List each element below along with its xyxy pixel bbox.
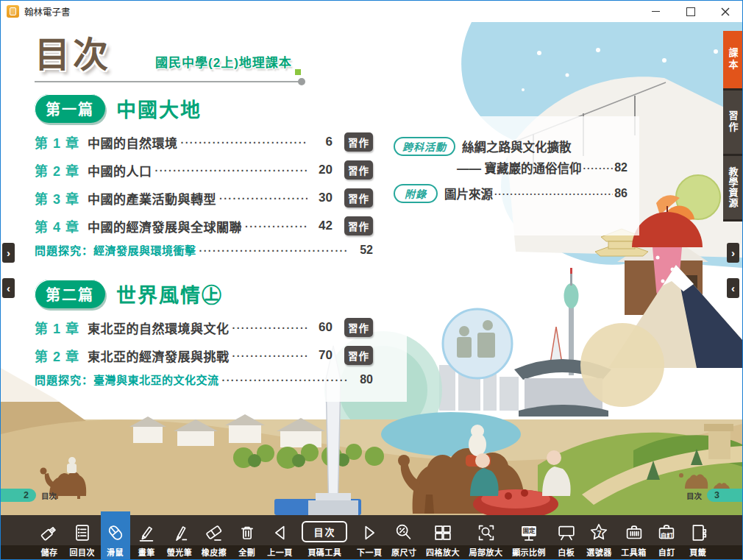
four-grid-icon <box>432 522 454 544</box>
toc-row[interactable]: 第 2 章 中國的人口 20 習作 <box>35 160 373 180</box>
tool-partial-zoom[interactable]: 局部放大 <box>466 515 507 560</box>
close-icon[interactable] <box>708 1 742 22</box>
tool-prev-page[interactable]: 上一頁 <box>263 515 296 560</box>
page-corner-right: 目次 3 <box>686 489 742 502</box>
dots-leader <box>245 221 307 233</box>
chapter-title: 東北亞的經濟發展與挑戰 <box>88 347 230 365</box>
chapter-label: 第 2 章 <box>35 346 88 365</box>
cross-activity-subtitle: —— 寶藏巖的通俗信仰 <box>457 159 582 177</box>
tool-page-tabs[interactable]: 頁籤 <box>683 515 713 560</box>
section-2-rows: 第 1 章 東北亞的自然環境與文化 60 習作 第 2 章 東北亞的經濟發展與挑… <box>35 318 413 387</box>
tool-highlighter[interactable]: 螢光筆 <box>163 515 196 560</box>
page-corner-label: 目次 <box>41 490 57 501</box>
dots-leader <box>219 193 307 205</box>
page-number: 70 <box>307 348 333 363</box>
page-number: 20 <box>307 163 333 177</box>
dots-leader <box>494 188 613 199</box>
tool-toolbox[interactable]: 工具箱 <box>617 515 650 560</box>
usb-drive-icon <box>38 522 60 544</box>
subtitle-marker <box>295 69 301 75</box>
tool-original-size[interactable]: 原尺寸 <box>388 515 421 560</box>
tool-save[interactable]: 儲存 <box>35 515 64 560</box>
left-panel-collapse-button[interactable]: ‹ <box>2 278 15 298</box>
chapter-title: 臺灣與東北亞的文化交流 <box>93 372 219 387</box>
workbook-button[interactable]: 習作 <box>344 346 373 365</box>
toc-row[interactable]: 問題探究： 臺灣與東北亞的文化交流 80 <box>35 372 373 387</box>
toc-page-button[interactable]: 目次 <box>302 521 347 542</box>
section-title: 中國大地 <box>116 94 202 123</box>
right-triangle-icon <box>358 522 380 544</box>
toc-row[interactable]: 第 2 章 東北亞的經濟發展與挑戰 70 習作 <box>35 346 373 365</box>
dots-leader <box>199 245 348 257</box>
toc-row[interactable]: 第 4 章 中國的經濟發展與全球關聯 42 習作 <box>35 216 373 235</box>
maximize-icon[interactable] <box>673 1 708 22</box>
page-corner-label: 目次 <box>686 490 702 501</box>
chapter-title: 中國的自然環境 <box>88 133 178 152</box>
right-panel-expand-button[interactable]: › <box>727 243 739 263</box>
app-icon <box>7 5 19 18</box>
tab-teaching-resources[interactable]: 教學資源 <box>723 156 742 221</box>
highlighter-icon <box>168 522 191 544</box>
left-panel-expand-button[interactable]: › <box>2 243 15 263</box>
dots-leader <box>155 165 308 177</box>
dots-leader <box>181 137 308 149</box>
toc-main: 目次 國民中學(2上)地理課本 第一篇 中國大地 第 1 章 <box>35 37 413 394</box>
tool-delete-all[interactable]: 全刪 <box>232 515 262 560</box>
toc-row[interactable]: 問題探究： 經濟發展與環境衝擊 52 <box>35 242 373 258</box>
chapter-title: 東北亞的自然環境與文化 <box>88 319 230 337</box>
tool-whiteboard[interactable]: 白板 <box>552 515 581 560</box>
right-panel-collapse-button[interactable]: ‹ <box>727 278 739 298</box>
section-badge: 第一篇 <box>35 94 105 123</box>
chapter-label: 問題探究： <box>35 242 93 258</box>
tool-number-picker[interactable]: 7 選號器 <box>583 515 616 560</box>
workbook-button[interactable]: 習作 <box>344 188 373 208</box>
page-number: 42 <box>307 219 333 233</box>
mouse-icon <box>104 522 127 544</box>
page-number: 60 <box>307 320 333 335</box>
cross-activity-title: 絲綢之路與文化擴散 <box>462 138 572 155</box>
chapter-label: 第 4 章 <box>35 216 88 235</box>
chapter-title: 中國的經濟發展與全球關聯 <box>88 217 242 235</box>
magnifier-percent-icon <box>393 522 415 544</box>
section-title: 世界風情㊤ <box>116 280 223 308</box>
workbook-button[interactable]: 習作 <box>344 216 373 235</box>
appendix-badge: 附錄 <box>394 184 438 203</box>
minimize-icon[interactable] <box>639 1 673 22</box>
chapter-title: 中國的人口 <box>88 161 152 180</box>
zoom-region-icon <box>475 522 497 544</box>
section-1-rows: 第 1 章 中國的自然環境 6 習作 第 2 章 中國的人口 20 習 <box>35 132 413 258</box>
fixed-label: 固定 <box>518 522 540 537</box>
workbook-button[interactable]: 習作 <box>344 132 373 152</box>
toc-row[interactable]: 第 1 章 中國的自然環境 6 習作 <box>35 132 373 152</box>
bottom-toolbar: 儲存 回目次 滑鼠 畫筆 螢光筆 橡皮擦 全刪 上一頁 <box>1 515 742 560</box>
extras-column: 跨科活動 絲綢之路與文化擴散 —— 寶藏巖的通俗信仰 82 附錄 圖片來源 86 <box>394 137 628 203</box>
tool-next-page[interactable]: 下一頁 <box>353 515 386 560</box>
book-page: 目次 國民中學(2上)地理課本 第一篇 中國大地 第 1 章 <box>1 22 742 515</box>
workbook-button[interactable]: 習作 <box>344 160 373 180</box>
tool-back-to-toc[interactable]: 回目次 <box>66 515 99 560</box>
tool-page-tool[interactable]: 目次 頁碼工具 <box>298 515 351 560</box>
tab-workbook[interactable]: 習作 <box>723 91 742 156</box>
pen-icon <box>135 522 157 544</box>
tool-eraser[interactable]: 橡皮擦 <box>198 515 231 560</box>
tool-custom[interactable]: 自訂 自訂 <box>652 515 681 560</box>
tool-mouse[interactable]: 滑鼠 <box>101 511 130 560</box>
page-title: 目次 <box>35 37 111 74</box>
title-divider <box>35 81 299 82</box>
tool-display-ratio[interactable]: 固定 顯示比例 <box>508 515 550 560</box>
workbook-button[interactable]: 習作 <box>344 318 373 337</box>
dots-leader <box>232 322 308 334</box>
chapter-label: 第 3 章 <box>35 188 88 208</box>
chapter-title: 中國的產業活動與轉型 <box>88 189 216 208</box>
section-badge: 第二篇 <box>35 280 105 308</box>
toc-row[interactable]: 第 1 章 東北亞的自然環境與文化 60 習作 <box>35 318 373 337</box>
window-title: 翰林電子書 <box>24 4 71 18</box>
toc-list-icon <box>71 522 93 544</box>
tool-pen[interactable]: 畫筆 <box>132 515 161 560</box>
chapter-label: 問題探究： <box>35 372 93 387</box>
star-number: 7 <box>588 522 610 545</box>
page-number-pill: 2 <box>1 489 36 502</box>
toc-row[interactable]: 第 3 章 中國的產業活動與轉型 30 習作 <box>35 188 373 208</box>
tab-textbook[interactable]: 課本 <box>723 31 742 91</box>
tool-quad-zoom[interactable]: 四格放大 <box>422 515 463 560</box>
